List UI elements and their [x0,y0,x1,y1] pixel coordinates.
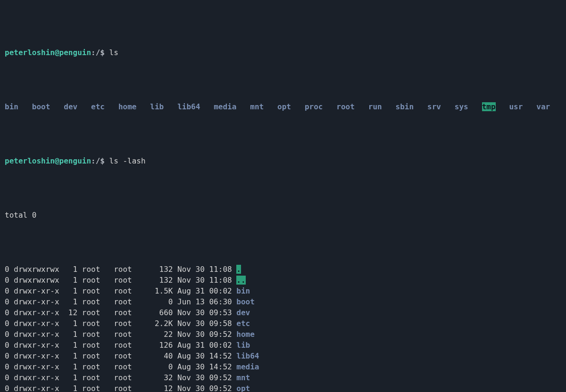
terminal-window[interactable]: peterloshin@penguin:/$ ls bin boot dev e… [0,0,566,392]
dir-entry-tmp: tmp [482,102,496,111]
list-row: 0 drwxrwxrwx 1 root root 132 Nov 30 11:0… [5,275,561,286]
prompt-line: peterloshin@penguin:/$ ls [5,47,561,58]
dir-entry-proc: proc [305,102,323,111]
command-input[interactable]: ls -lash [109,156,146,165]
prompt-line: peterloshin@penguin:/$ ls -lash [5,155,561,166]
command-input[interactable]: ls [109,48,118,57]
filename-opt: opt [236,384,250,392]
list-row: 0 drwxr-xr-x 1 root root 0 Aug 30 14:52 … [5,361,561,372]
list-row: 0 drwxr-xr-x 1 root root 1.5K Aug 31 00:… [5,286,561,296]
filename-.: . [236,265,241,274]
dir-entry-lib64: lib64 [177,102,200,111]
dir-entry-lib: lib [150,102,164,111]
dir-entry-etc: etc [91,102,105,111]
dir-entry-boot: boot [32,102,50,111]
dir-entry-opt: opt [277,102,291,111]
list-row: 0 drwxr-xr-x 1 root root 22 Nov 30 09:52… [5,329,561,340]
filename-lib64: lib64 [236,351,259,360]
prompt-path: :/$ [91,48,109,57]
list-row: 0 drwxr-xr-x 1 root root 32 Nov 30 09:52… [5,372,561,383]
dir-entry-mnt: mnt [250,102,264,111]
filename-lib: lib [236,341,250,350]
list-row: 0 drwxr-xr-x 1 root root 126 Aug 31 00:0… [5,340,561,351]
list-row: 0 drwxr-xr-x 1 root root 12 Nov 30 09:52… [5,383,561,392]
dir-entry-root: root [336,102,355,111]
dir-entry-dev: dev [64,102,77,111]
list-row: 0 drwxr-xr-x 1 root root 2.2K Nov 30 09:… [5,318,561,329]
dir-entry-media: media [214,102,236,111]
dir-entry-sbin: sbin [396,102,414,111]
filename-bin: bin [236,286,250,295]
dir-entry-run: run [368,102,382,111]
list-row: 0 drwxr-xr-x 1 root root 40 Aug 30 14:52… [5,351,561,361]
filename-media: media [236,362,259,371]
filename-home: home [236,330,255,339]
prompt-path: :/$ [91,156,109,165]
prompt-user: peterloshin@penguin [5,48,91,57]
filename-dev: dev [236,308,250,317]
list-row: 0 drwxr-xr-x 12 root root 660 Nov 30 09:… [5,307,561,318]
filename-boot: boot [236,297,255,306]
filename-..: .. [236,276,245,285]
dir-entry-srv: srv [427,102,441,111]
dir-entry-usr: usr [509,102,523,111]
ls-output: bin boot dev etc home lib lib64 media mn… [5,101,561,112]
dir-entry-sys: sys [455,102,468,111]
prompt-user: peterloshin@penguin [5,156,91,165]
dir-entry-var: var [536,102,550,111]
filename-mnt: mnt [236,373,250,382]
list-row: 0 drwxr-xr-x 1 root root 0 Jun 13 06:30 … [5,296,561,307]
dir-entry-bin: bin [5,102,18,111]
dir-entry-home: home [118,102,137,111]
ls-lash-root-output: 0 drwxrwxrwx 1 root root 132 Nov 30 11:0… [5,264,561,392]
list-row: 0 drwxrwxrwx 1 root root 132 Nov 30 11:0… [5,264,561,275]
filename-etc: etc [236,319,250,328]
total-line: total 0 [5,210,561,220]
